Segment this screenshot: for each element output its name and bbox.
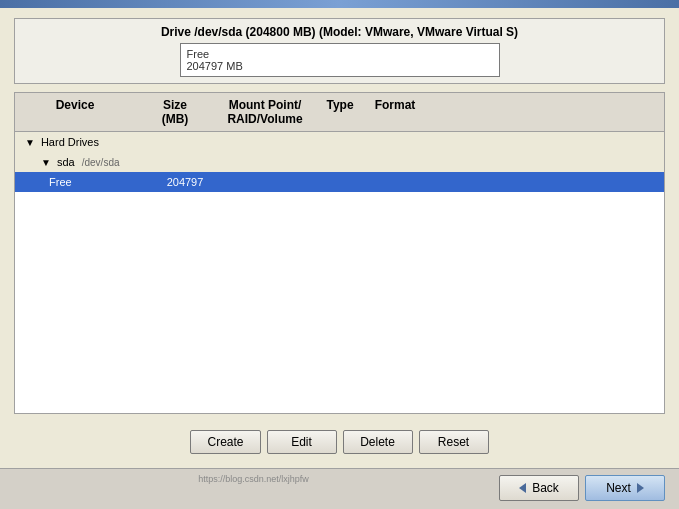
free-partition-label: Free [45, 176, 145, 188]
expand-icon-sda: ▼ [41, 157, 51, 168]
col-header-mount: Mount Point/RAID/Volume [215, 96, 315, 128]
watermark: https://blog.csdn.net/lxjhpfw [198, 474, 309, 484]
navigation-area: https://blog.csdn.net/lxjhpfw Back Next [0, 468, 679, 509]
hard-drives-group: ▼ Hard Drives [15, 132, 664, 152]
drive-info-box: Drive /dev/sda (204800 MB) (Model: VMwar… [14, 18, 665, 84]
reset-button[interactable]: Reset [419, 430, 489, 454]
main-window: Drive /dev/sda (204800 MB) (Model: VMwar… [0, 8, 679, 509]
partition-table: Device Size(MB) Mount Point/RAID/Volume … [14, 92, 665, 414]
action-buttons: Create Edit Delete Reset [14, 422, 665, 458]
group-label-hard-drives: Hard Drives [37, 136, 137, 148]
drive-free-box: Free 204797 MB [180, 43, 500, 77]
sda-path: /dev/sda [82, 157, 120, 168]
drive-free-label: Free [187, 48, 493, 60]
top-bar [0, 0, 679, 8]
col-header-type: Type [315, 96, 365, 128]
delete-button[interactable]: Delete [343, 430, 413, 454]
drive-title: Drive /dev/sda (204800 MB) (Model: VMwar… [25, 25, 654, 39]
next-arrow-icon [637, 483, 644, 493]
content-area: Drive /dev/sda (204800 MB) (Model: VMwar… [0, 8, 679, 468]
next-button[interactable]: Next [585, 475, 665, 501]
sda-label: sda /dev/sda [53, 156, 153, 168]
free-partition-row[interactable]: Free 204797 [15, 172, 664, 192]
table-header: Device Size(MB) Mount Point/RAID/Volume … [15, 93, 664, 132]
col-header-format: Format [365, 96, 425, 128]
back-arrow-icon [519, 483, 526, 493]
table-body: ▼ Hard Drives ▼ sda /dev/sda [15, 132, 664, 413]
create-button[interactable]: Create [190, 430, 260, 454]
expand-icon-drives: ▼ [25, 137, 35, 148]
drive-free-size: 204797 MB [187, 60, 493, 72]
sda-device-row: ▼ sda /dev/sda [15, 152, 664, 172]
edit-button[interactable]: Edit [267, 430, 337, 454]
free-partition-size: 204797 [145, 176, 225, 188]
back-button[interactable]: Back [499, 475, 579, 501]
col-header-size: Size(MB) [135, 96, 215, 128]
col-header-device: Device [15, 96, 135, 128]
